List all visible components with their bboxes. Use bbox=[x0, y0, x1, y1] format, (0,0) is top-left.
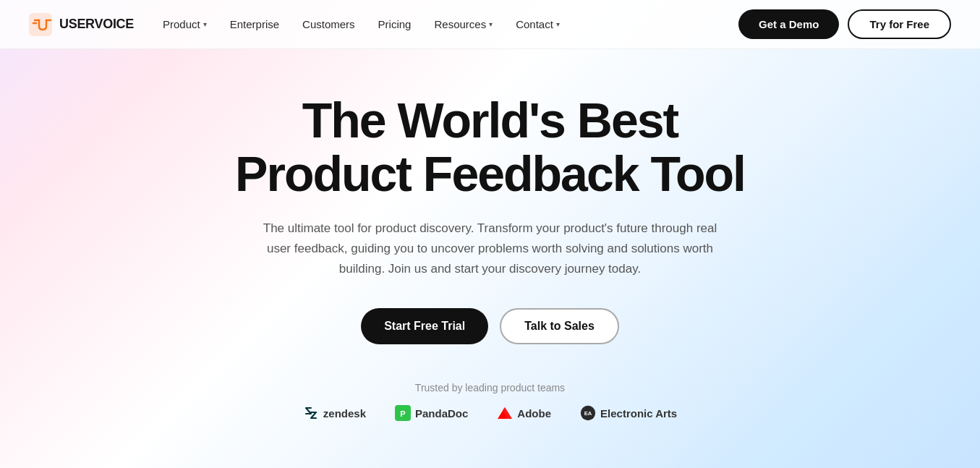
nav-item-resources[interactable]: Resources ▾ bbox=[434, 18, 493, 30]
hero-title: The World's Best Product Feedback Tool bbox=[230, 93, 751, 202]
logo[interactable]: USERVOICE bbox=[29, 13, 134, 36]
hero-buttons: Start Free Trial Talk to Sales bbox=[361, 308, 619, 344]
hero-subtitle: The ultimate tool for product discovery.… bbox=[263, 218, 718, 279]
start-trial-button[interactable]: Start Free Trial bbox=[361, 308, 488, 344]
ea-icon: EA bbox=[580, 405, 596, 421]
hero-section: The World's Best Product Feedback Tool T… bbox=[0, 49, 980, 468]
logo-icon bbox=[29, 13, 52, 36]
nav-item-product[interactable]: Product ▾ bbox=[163, 18, 207, 30]
navbar: USERVOICE Product ▾ Enterprise Customers… bbox=[0, 0, 980, 49]
adobe-icon bbox=[497, 405, 513, 421]
nav-links: Product ▾ Enterprise Customers Pricing R… bbox=[163, 18, 560, 30]
nav-item-pricing[interactable]: Pricing bbox=[378, 18, 412, 30]
get-demo-button[interactable]: Get a Demo bbox=[738, 9, 839, 39]
svg-text:EA: EA bbox=[584, 411, 592, 417]
svg-text:P: P bbox=[400, 409, 405, 418]
talk-to-sales-button[interactable]: Talk to Sales bbox=[500, 308, 619, 344]
navbar-right: Get a Demo Try for Free bbox=[738, 9, 951, 39]
page-wrapper: USERVOICE Product ▾ Enterprise Customers… bbox=[0, 0, 980, 468]
nav-item-enterprise[interactable]: Enterprise bbox=[230, 18, 279, 30]
logo-text: USERVOICE bbox=[59, 17, 134, 32]
zendesk-text: zendesk bbox=[323, 407, 366, 420]
trusted-label: Trusted by leading product teams bbox=[415, 382, 565, 393]
ea-logo: EA Electronic Arts bbox=[580, 405, 677, 421]
chevron-down-icon: ▾ bbox=[203, 20, 207, 28]
try-free-button[interactable]: Try for Free bbox=[848, 9, 951, 39]
svg-rect-0 bbox=[29, 13, 52, 36]
zendesk-icon bbox=[303, 405, 319, 421]
trusted-logos: zendesk P PandaDoc bbox=[303, 405, 677, 421]
nav-item-customers[interactable]: Customers bbox=[302, 18, 355, 30]
adobe-logo: Adobe bbox=[497, 405, 551, 421]
ea-text: Electronic Arts bbox=[600, 407, 677, 420]
trusted-section: Trusted by leading product teams zendesk bbox=[303, 382, 677, 438]
zendesk-logo: zendesk bbox=[303, 405, 366, 421]
navbar-left: USERVOICE Product ▾ Enterprise Customers… bbox=[29, 13, 560, 36]
pandadoc-logo: P PandaDoc bbox=[395, 405, 468, 421]
nav-item-contact[interactable]: Contact ▾ bbox=[516, 18, 560, 30]
adobe-text: Adobe bbox=[517, 407, 551, 420]
chevron-down-icon: ▾ bbox=[556, 20, 560, 28]
pandadoc-text: PandaDoc bbox=[415, 407, 468, 420]
pandadoc-icon: P bbox=[395, 405, 411, 421]
chevron-down-icon: ▾ bbox=[489, 20, 493, 28]
